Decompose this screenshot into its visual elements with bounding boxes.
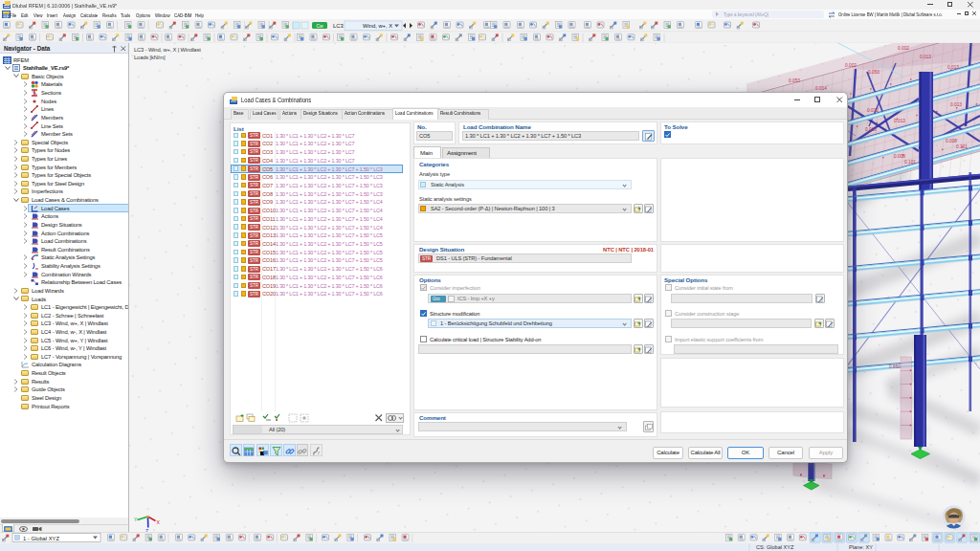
svg-text:0.013: 0.013 xyxy=(894,119,905,123)
svg-text:0.053: 0.053 xyxy=(868,70,880,75)
svg-text:0.002: 0.002 xyxy=(845,63,857,68)
svg-text:Plane: XY: Plane: XY xyxy=(849,544,873,550)
svg-text:0.053: 0.053 xyxy=(789,78,800,83)
svg-text:0.101: 0.101 xyxy=(904,160,916,165)
svg-text:Wind, w+, X: Wind, w+, X xyxy=(363,22,392,28)
svg-text:0.013: 0.013 xyxy=(947,65,959,70)
svg-text:LC3: LC3 xyxy=(333,22,344,28)
svg-text:0.101: 0.101 xyxy=(956,144,968,149)
svg-text:0.002: 0.002 xyxy=(898,46,909,51)
svg-text:0.013: 0.013 xyxy=(950,102,962,107)
svg-text:Loads [kN/m]: Loads [kN/m] xyxy=(134,55,166,60)
svg-text:0.012: 0.012 xyxy=(867,108,879,113)
svg-text:Cw: Cw xyxy=(316,22,323,28)
svg-text:0.014: 0.014 xyxy=(815,86,827,91)
svg-text:0.850: 0.850 xyxy=(889,364,901,369)
svg-text:0.013: 0.013 xyxy=(865,127,877,132)
svg-text:0.008: 0.008 xyxy=(946,139,957,143)
svg-text:CS: Global XYZ: CS: Global XYZ xyxy=(756,544,794,550)
svg-text:0.013: 0.013 xyxy=(920,55,931,59)
svg-text:LC3 - Wind, w+, X | Windlast: LC3 - Wind, w+, X | Windlast xyxy=(134,47,201,53)
svg-text:1 - Global XYZ: 1 - Global XYZ xyxy=(23,536,59,541)
svg-text:0.008: 0.008 xyxy=(894,154,905,159)
